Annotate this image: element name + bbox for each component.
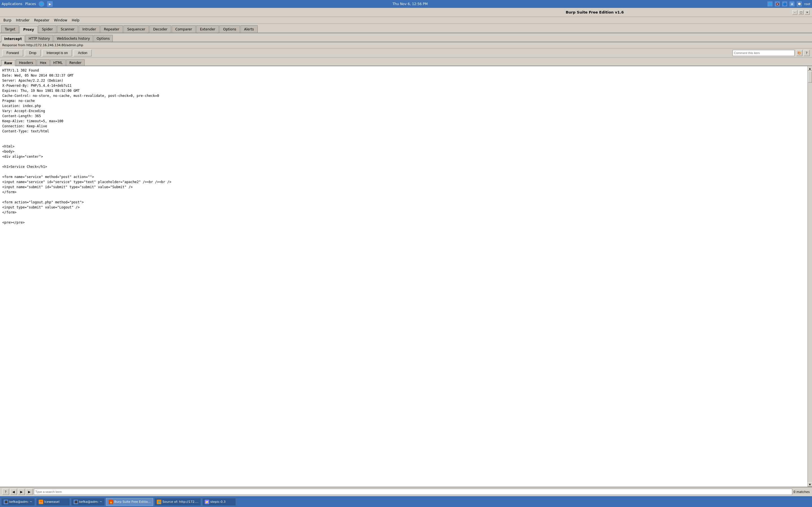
menu-intruder[interactable]: Intruder — [13, 18, 32, 23]
tab-comparer[interactable]: Comparer — [172, 25, 196, 33]
scroll-down-arrow[interactable]: ▼ — [808, 482, 812, 487]
taskbar-item-kefka1[interactable]: ⬛ kefka@adm: ~ — [1, 498, 35, 506]
code-view[interactable]: HTTP/1.1 302 Found Date: Wed, 05 Nov 201… — [0, 66, 808, 487]
color-icon[interactable]: 🎨 — [796, 50, 802, 56]
content-tab-bar: Raw Headers Hex HTML Render — [0, 58, 812, 66]
intercept-on-button[interactable]: Intercept is on — [42, 50, 72, 56]
taskbar-label-source: Source of: http://172.... — [162, 500, 198, 504]
subtab-websockets-history[interactable]: WebSockets history — [54, 35, 93, 42]
tab-alerts[interactable]: Alerts — [241, 25, 258, 33]
chat-icon[interactable]: 💬 — [797, 1, 802, 6]
minimize-button[interactable]: – — [792, 10, 797, 15]
tab-repeater[interactable]: Repeater — [100, 25, 123, 33]
action-button[interactable]: Action — [73, 50, 91, 56]
bluetooth-icon[interactable]: 🔵 — [782, 1, 787, 6]
content-tab-html[interactable]: HTML — [50, 59, 66, 66]
taskbar-burp-icon: 🔥 — [109, 500, 113, 504]
taskbar: ⬛ kefka@adm: ~ 🦊 Iceweasel ⬛ kefka@adm: … — [0, 496, 812, 507]
taskbar-label-stepic: stepic-0.3 — [210, 500, 225, 504]
taskbar-item-iceweasel[interactable]: 🦊 Iceweasel — [36, 498, 70, 506]
last-button[interactable]: ▶ — [26, 489, 33, 495]
search-input[interactable] — [34, 489, 792, 495]
content-tab-headers[interactable]: Headers — [16, 59, 36, 66]
help-button[interactable]: ? — [2, 489, 9, 495]
taskbar-label-iceweasel: Iceweasel — [44, 500, 59, 504]
display-icon[interactable]: 🖥 — [790, 1, 795, 6]
system-bar: Applications Places 🌐 ▶ Thu Nov 6, 12:56… — [0, 0, 812, 8]
taskbar-item-source[interactable]: 🌐 Source of: http://172.... — [154, 498, 201, 506]
content-tab-raw[interactable]: Raw — [1, 60, 15, 66]
menu-window[interactable]: Window — [52, 18, 69, 23]
tab-spider[interactable]: Spider — [38, 25, 57, 33]
comment-input[interactable] — [732, 50, 795, 56]
applications-menu[interactable]: Applications — [2, 2, 22, 6]
app-title: Burp Suite Free Edition v1.6 — [397, 10, 792, 14]
window-controls: – □ ✕ — [792, 10, 810, 15]
matches-label: 0 matches — [794, 490, 810, 494]
taskbar-browser-icon: 🦊 — [39, 500, 43, 504]
taskbar-folder-icon: 📁 — [205, 500, 209, 504]
taskbar-item-stepic[interactable]: 📁 stepic-0.3 — [202, 498, 236, 506]
title-bar: Burp Suite Free Edition v1.6 – □ ✕ — [0, 8, 812, 17]
tab-decoder[interactable]: Decoder — [149, 25, 171, 33]
button-toolbar: Forward Drop Intercept is on Action 🎨 ? — [0, 48, 812, 58]
system-bar-right: 🌐 🔇 🔵 🖥 💬 root — [767, 1, 810, 6]
response-bar: Response from http://172.16.246.134:80/a… — [0, 42, 812, 48]
taskbar-item-kefka2[interactable]: ⬛ kefka@adm: ~ — [71, 498, 105, 506]
taskbar-item-burp[interactable]: 🔥 Burp Suite Free Editio... — [106, 498, 153, 506]
menu-help[interactable]: Help — [70, 18, 82, 23]
scrollbar[interactable]: ▲ ▼ — [808, 66, 812, 487]
close-button[interactable]: ✕ — [805, 10, 810, 15]
terminal-icon[interactable]: ▶ — [47, 1, 53, 7]
menu-burp[interactable]: Burp — [1, 18, 13, 23]
username-label: root — [804, 2, 810, 6]
drop-button[interactable]: Drop — [25, 50, 41, 56]
toolbar-right-icons: 🎨 ? — [796, 50, 810, 56]
menu-bar: Burp Intruder Repeater Window Help — [0, 17, 812, 24]
tab-scanner[interactable]: Scanner — [57, 25, 78, 33]
tab-target[interactable]: Target — [1, 25, 19, 33]
forward-button[interactable]: Forward — [2, 50, 23, 56]
system-bar-left: Applications Places 🌐 ▶ — [2, 1, 53, 7]
tab-options[interactable]: Options — [219, 25, 240, 33]
next-button[interactable]: ▶ — [18, 489, 25, 495]
content-area: HTTP/1.1 302 Found Date: Wed, 05 Nov 201… — [0, 66, 812, 487]
tab-sequencer[interactable]: Sequencer — [123, 25, 149, 33]
maximize-button[interactable]: □ — [799, 10, 804, 15]
places-menu[interactable]: Places — [25, 2, 36, 6]
taskbar-label-kefka1: kefka@adm: ~ — [9, 500, 32, 504]
taskbar-terminal-icon-2: ⬛ — [73, 500, 78, 504]
system-time: Thu Nov 6, 12:56 PM — [393, 2, 428, 6]
network-icon[interactable]: 🌐 — [767, 1, 772, 6]
scroll-thumb[interactable] — [808, 71, 812, 82]
bottom-bar: ? ◀ ▶ ▶ 0 matches — [0, 487, 812, 496]
main-tab-bar: Target Proxy Spider Scanner Intruder Rep… — [0, 24, 812, 33]
sub-tab-bar: Intercept HTTP history WebSockets histor… — [0, 33, 812, 42]
prev-button[interactable]: ◀ — [10, 489, 17, 495]
volume-icon[interactable]: 🔇 — [775, 1, 780, 6]
taskbar-label-burp: Burp Suite Free Editio... — [114, 500, 151, 504]
subtab-intercept[interactable]: Intercept — [1, 36, 25, 42]
menu-repeater[interactable]: Repeater — [32, 18, 52, 23]
tab-intruder[interactable]: Intruder — [79, 25, 100, 33]
help-icon[interactable]: ? — [804, 50, 810, 56]
taskbar-terminal-icon-1: ⬛ — [4, 500, 8, 504]
taskbar-source-icon: 🌐 — [157, 500, 161, 504]
tab-extender[interactable]: Extender — [196, 25, 219, 33]
subtab-http-history[interactable]: HTTP history — [26, 35, 53, 42]
content-tab-render[interactable]: Render — [66, 59, 85, 66]
tab-proxy[interactable]: Proxy — [19, 26, 38, 33]
subtab-options[interactable]: Options — [94, 35, 113, 42]
taskbar-label-kefka2: kefka@adm: ~ — [79, 500, 102, 504]
response-url: Response from http://172.16.246.134:80/a… — [2, 43, 83, 47]
globe-icon[interactable]: 🌐 — [39, 1, 44, 7]
scroll-up-arrow[interactable]: ▲ — [808, 66, 812, 71]
content-tab-hex[interactable]: Hex — [37, 59, 49, 66]
